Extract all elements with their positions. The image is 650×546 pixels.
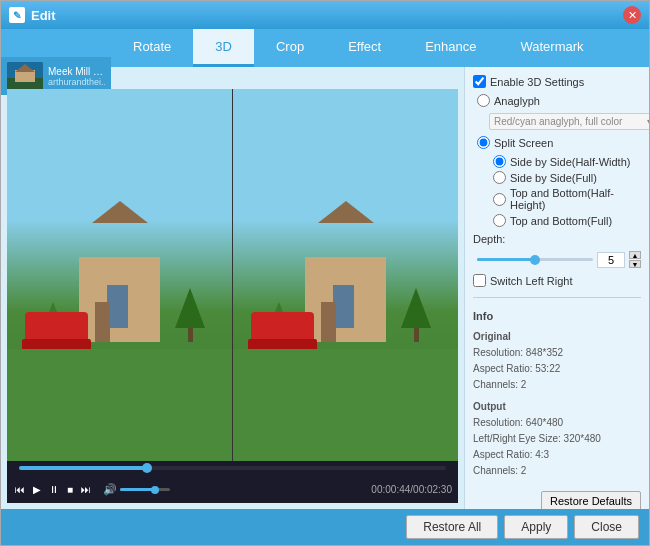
top-full-label: Top and Bottom(Full) bbox=[510, 215, 612, 227]
close-button[interactable]: ✕ bbox=[623, 6, 641, 24]
split-screen-radio[interactable] bbox=[477, 136, 490, 149]
skip-forward-button[interactable]: ⏭ bbox=[79, 484, 93, 495]
output-section: Output Resolution: 640*480 Left/Right Ey… bbox=[473, 399, 641, 479]
split-screen-options: Side by Side(Half-Width) Side by Side(Fu… bbox=[473, 155, 641, 227]
right-panel: Enable 3D Settings Anaglyph Red/cyan ana… bbox=[464, 67, 649, 509]
anaglyph-row: Anaglyph bbox=[473, 94, 641, 107]
time-display: 00:00:44/00:02:30 bbox=[371, 484, 452, 495]
depth-row: Depth: bbox=[473, 233, 641, 245]
output-title: Output bbox=[473, 399, 641, 415]
window-controls: ✕ bbox=[623, 6, 641, 24]
anaglyph-dropdown[interactable]: Red/cyan anaglyph, full color ▾ bbox=[489, 113, 649, 130]
tab-watermark[interactable]: Watermark bbox=[498, 29, 605, 67]
tab-enhance[interactable]: Enhance bbox=[403, 29, 498, 67]
depth-spinner-arrows: ▲ ▼ bbox=[629, 251, 641, 268]
depth-slider[interactable] bbox=[477, 258, 593, 261]
skip-back-button[interactable]: ⏮ bbox=[13, 484, 27, 495]
split-screen-row: Split Screen bbox=[473, 136, 641, 149]
video-container bbox=[7, 89, 458, 461]
dropdown-arrow-icon: ▾ bbox=[647, 116, 649, 127]
original-channels: Channels: 2 bbox=[473, 377, 641, 393]
controls-bar: ⏮ ▶ ⏸ ■ ⏭ 🔊 00:00:44/00:02:30 bbox=[7, 475, 458, 503]
side-half-radio[interactable] bbox=[493, 155, 506, 168]
side-half-label: Side by Side(Half-Width) bbox=[510, 156, 630, 168]
bottom-bar: Restore All Apply Close bbox=[1, 509, 649, 545]
original-aspect: Aspect Ratio: 53:22 bbox=[473, 361, 641, 377]
depth-input[interactable]: 5 bbox=[597, 252, 625, 268]
switch-lr-checkbox[interactable] bbox=[473, 274, 486, 287]
info-section: Info Original Resolution: 848*352 Aspect… bbox=[473, 308, 641, 479]
progress-area bbox=[7, 461, 458, 475]
depth-up-button[interactable]: ▲ bbox=[629, 251, 641, 259]
volume-icon: 🔊 bbox=[103, 483, 117, 496]
switch-lr-label: Switch Left Right bbox=[490, 275, 573, 287]
seek-bar[interactable] bbox=[19, 466, 446, 470]
output-aspect: Aspect Ratio: 4:3 bbox=[473, 447, 641, 463]
option-side-full: Side by Side(Full) bbox=[489, 171, 641, 184]
sidebar-thumbnail bbox=[7, 62, 43, 90]
top-full-radio[interactable] bbox=[493, 214, 506, 227]
split-screen-label: Split Screen bbox=[494, 137, 553, 149]
top-half-label: Top and Bottom(Half-Height) bbox=[510, 187, 641, 211]
tab-rotate[interactable]: Rotate bbox=[111, 29, 193, 67]
restore-all-button[interactable]: Restore All bbox=[406, 515, 498, 539]
output-resolution: Resolution: 640*480 bbox=[473, 415, 641, 431]
output-lr-size: Left/Right Eye Size: 320*480 bbox=[473, 431, 641, 447]
depth-label: Depth: bbox=[473, 233, 505, 245]
stop-button[interactable]: ■ bbox=[65, 484, 75, 495]
sidebar-title: Meek Mill Ft. ... bbox=[48, 66, 105, 77]
depth-down-button[interactable]: ▼ bbox=[629, 260, 641, 268]
volume-slider[interactable] bbox=[120, 488, 170, 491]
divider-1 bbox=[473, 297, 641, 298]
original-section: Original Resolution: 848*352 Aspect Rati… bbox=[473, 329, 641, 393]
enable-3d-row: Enable 3D Settings bbox=[473, 75, 641, 88]
main-window: ✎ Edit ✕ Meek Mill Ft. ... arthurandthei… bbox=[0, 0, 650, 546]
main-content: Output Preview bbox=[1, 67, 649, 509]
top-half-radio[interactable] bbox=[493, 193, 506, 206]
restore-defaults-button[interactable]: Restore Defaults bbox=[541, 491, 641, 509]
option-side-half: Side by Side(Half-Width) bbox=[489, 155, 641, 168]
anaglyph-radio[interactable] bbox=[477, 94, 490, 107]
video-frame bbox=[7, 89, 458, 461]
app-icon: ✎ bbox=[9, 7, 25, 23]
enable-3d-checkbox[interactable] bbox=[473, 75, 486, 88]
tab-3d[interactable]: 3D bbox=[193, 29, 254, 67]
pause-button[interactable]: ⏸ bbox=[47, 484, 61, 495]
title-bar: ✎ Edit ✕ bbox=[1, 1, 649, 29]
sidebar-info: Meek Mill Ft. ... arthurandthei... bbox=[48, 66, 105, 87]
switch-lr-row: Switch Left Right bbox=[473, 274, 641, 287]
enable-3d-label: Enable 3D Settings bbox=[490, 76, 584, 88]
tab-effect[interactable]: Effect bbox=[326, 29, 403, 67]
apply-button[interactable]: Apply bbox=[504, 515, 568, 539]
original-resolution: Resolution: 848*352 bbox=[473, 345, 641, 361]
window-title: Edit bbox=[31, 8, 623, 23]
option-top-full: Top and Bottom(Full) bbox=[489, 214, 641, 227]
sidebar-subtitle: arthurandthei... bbox=[48, 77, 105, 87]
tab-crop[interactable]: Crop bbox=[254, 29, 326, 67]
original-title: Original bbox=[473, 329, 641, 345]
side-full-label: Side by Side(Full) bbox=[510, 172, 597, 184]
info-title: Info bbox=[473, 308, 641, 326]
volume-control: 🔊 bbox=[103, 483, 170, 496]
preview-area: Output Preview bbox=[1, 67, 464, 509]
anaglyph-label: Anaglyph bbox=[494, 95, 540, 107]
output-channels: Channels: 2 bbox=[473, 463, 641, 479]
close-dialog-button[interactable]: Close bbox=[574, 515, 639, 539]
depth-control-row: 5 ▲ ▼ bbox=[473, 251, 641, 268]
option-top-half: Top and Bottom(Half-Height) bbox=[489, 187, 641, 211]
anaglyph-option-text: Red/cyan anaglyph, full color bbox=[494, 116, 622, 127]
side-full-radio[interactable] bbox=[493, 171, 506, 184]
play-button[interactable]: ▶ bbox=[31, 484, 43, 495]
